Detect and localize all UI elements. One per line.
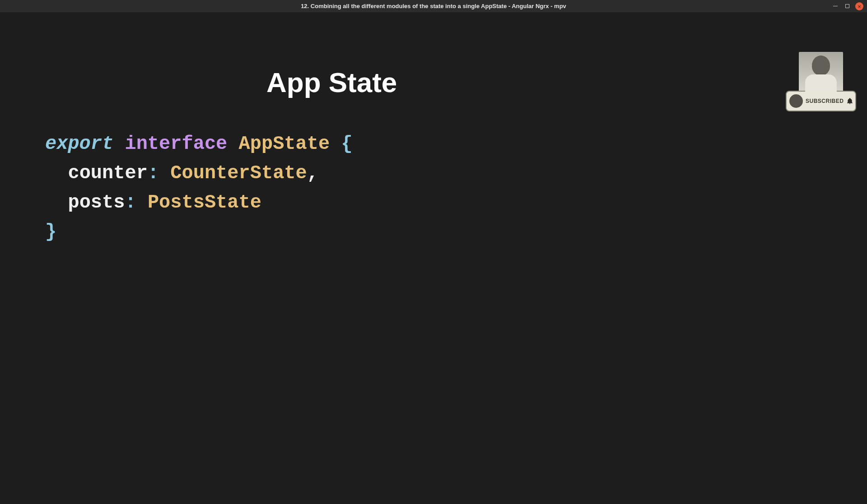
token-brace-close: } (45, 221, 56, 243)
token-type: AppState (239, 133, 330, 155)
avatar-head (812, 55, 830, 75)
code-line-2: counter: CounterState, (45, 159, 353, 188)
token-type: PostsState (148, 192, 261, 213)
subscribed-label: SUBSCRIBED (806, 98, 844, 104)
maximize-button[interactable] (844, 3, 851, 10)
token-punct: , (307, 162, 318, 184)
slide-heading: App State (266, 66, 397, 98)
close-icon (858, 2, 861, 10)
window-title: 12. Combining all the different modules … (301, 3, 566, 9)
maximize-icon (845, 4, 849, 8)
token-keyword: interface (125, 133, 227, 155)
token-colon: : (125, 192, 136, 213)
token-export: export (45, 133, 113, 155)
token-brace-open: { (341, 133, 352, 155)
token-ident: posts (68, 192, 125, 213)
bell-icon (846, 97, 853, 105)
avatar-silhouette (805, 55, 837, 92)
badge-avatar-icon (789, 94, 803, 108)
subscribed-badge: SUBSCRIBED (786, 91, 856, 111)
code-block: export interface AppState { counter: Cou… (45, 129, 353, 247)
video-content[interactable]: App State export interface AppState { co… (0, 12, 867, 504)
minimize-button[interactable] (832, 3, 839, 10)
close-button[interactable] (855, 2, 863, 10)
avatar-body (805, 74, 837, 92)
window-controls (832, 2, 863, 10)
token-colon: : (148, 162, 159, 184)
channel-overlay: SUBSCRIBED (786, 52, 856, 111)
code-line-3: posts: PostsState (45, 188, 353, 217)
channel-avatar (799, 52, 843, 92)
code-line-1: export interface AppState { (45, 129, 353, 159)
title-bar: 12. Combining all the different modules … (0, 0, 867, 12)
token-ident: counter (68, 162, 147, 184)
code-line-4: } (45, 217, 353, 247)
token-type: CounterState (170, 162, 307, 184)
minimize-icon (833, 6, 838, 6)
